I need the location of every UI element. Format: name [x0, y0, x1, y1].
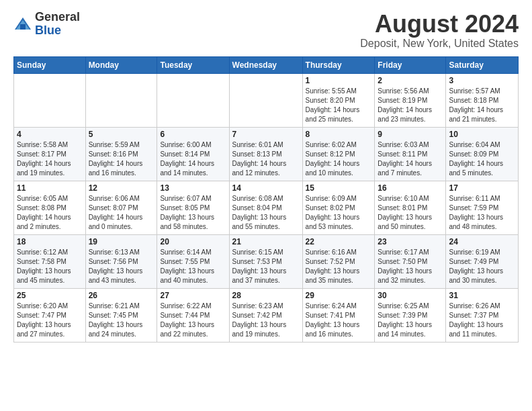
day-number: 21: [232, 237, 300, 246]
calendar-cell: 5Sunrise: 5:59 AM Sunset: 8:16 PM Daylig…: [85, 127, 157, 181]
main-title: August 2024: [360, 11, 519, 38]
weekday-header-tuesday: Tuesday: [157, 56, 229, 73]
weekday-header-saturday: Saturday: [446, 56, 519, 73]
day-number: 30: [378, 291, 443, 300]
day-number: 14: [232, 183, 300, 193]
calendar-cell: 20Sunrise: 6:14 AM Sunset: 7:55 PM Dayli…: [157, 234, 229, 288]
logo-text: General Blue: [35, 11, 80, 38]
calendar-week-3: 11Sunrise: 6:05 AM Sunset: 8:08 PM Dayli…: [14, 181, 519, 234]
day-info: Sunrise: 5:57 AM Sunset: 8:18 PM Dayligh…: [449, 87, 515, 124]
title-block: August 2024 Deposit, New York, United St…: [360, 11, 519, 50]
calendar-cell: 13Sunrise: 6:07 AM Sunset: 8:05 PM Dayli…: [157, 181, 229, 234]
day-number: 13: [160, 183, 226, 193]
day-number: 16: [378, 183, 443, 193]
logo: General Blue: [13, 11, 80, 38]
calendar-cell: 2Sunrise: 5:56 AM Sunset: 8:19 PM Daylig…: [375, 73, 446, 127]
day-number: 19: [89, 237, 154, 246]
day-number: 27: [160, 291, 226, 300]
calendar-cell: 19Sunrise: 6:13 AM Sunset: 7:56 PM Dayli…: [85, 234, 157, 288]
day-info: Sunrise: 6:08 AM Sunset: 8:04 PM Dayligh…: [232, 194, 300, 232]
day-info: Sunrise: 5:56 AM Sunset: 8:19 PM Dayligh…: [378, 87, 443, 124]
day-info: Sunrise: 5:59 AM Sunset: 8:16 PM Dayligh…: [89, 140, 154, 178]
day-info: Sunrise: 6:19 AM Sunset: 7:49 PM Dayligh…: [449, 248, 515, 285]
calendar-cell: 26Sunrise: 6:21 AM Sunset: 7:45 PM Dayli…: [85, 288, 157, 342]
day-number: 24: [449, 237, 515, 246]
day-number: 28: [232, 291, 300, 300]
calendar-cell: 24Sunrise: 6:19 AM Sunset: 7:49 PM Dayli…: [446, 234, 519, 288]
day-info: Sunrise: 6:10 AM Sunset: 8:01 PM Dayligh…: [378, 194, 443, 232]
calendar-cell: 1Sunrise: 5:55 AM Sunset: 8:20 PM Daylig…: [302, 73, 375, 127]
day-info: Sunrise: 6:25 AM Sunset: 7:39 PM Dayligh…: [378, 302, 443, 339]
day-number: 1: [306, 76, 372, 85]
calendar-cell: 22Sunrise: 6:16 AM Sunset: 7:52 PM Dayli…: [302, 234, 375, 288]
weekday-header-sunday: Sunday: [14, 56, 86, 73]
day-number: 7: [232, 130, 300, 139]
weekday-header-wednesday: Wednesday: [229, 56, 302, 73]
day-info: Sunrise: 5:55 AM Sunset: 8:20 PM Dayligh…: [306, 87, 372, 124]
day-number: 22: [306, 237, 372, 246]
day-number: 4: [17, 130, 83, 139]
calendar-cell: 28Sunrise: 6:23 AM Sunset: 7:42 PM Dayli…: [229, 288, 302, 342]
day-number: 17: [449, 183, 515, 193]
calendar: SundayMondayTuesdayWednesdayThursdayFrid…: [13, 56, 519, 342]
day-info: Sunrise: 6:21 AM Sunset: 7:45 PM Dayligh…: [89, 302, 154, 339]
day-info: Sunrise: 6:07 AM Sunset: 8:05 PM Dayligh…: [160, 194, 226, 232]
calendar-cell: 31Sunrise: 6:26 AM Sunset: 7:37 PM Dayli…: [446, 288, 519, 342]
calendar-cell: 21Sunrise: 6:15 AM Sunset: 7:53 PM Dayli…: [229, 234, 302, 288]
day-number: 2: [378, 76, 443, 85]
day-info: Sunrise: 6:13 AM Sunset: 7:56 PM Dayligh…: [89, 248, 154, 285]
day-info: Sunrise: 6:20 AM Sunset: 7:47 PM Dayligh…: [17, 302, 83, 339]
day-number: 11: [17, 183, 83, 193]
logo-blue-text: Blue: [35, 24, 61, 37]
day-number: 18: [17, 237, 83, 246]
calendar-cell: 12Sunrise: 6:06 AM Sunset: 8:07 PM Dayli…: [85, 181, 157, 234]
day-number: 6: [160, 130, 226, 139]
calendar-cell: 10Sunrise: 6:04 AM Sunset: 8:09 PM Dayli…: [446, 127, 519, 181]
calendar-cell: 16Sunrise: 6:10 AM Sunset: 8:01 PM Dayli…: [375, 181, 446, 234]
day-number: 20: [160, 237, 226, 246]
logo-general-text: General: [35, 10, 80, 24]
day-number: 3: [449, 76, 515, 85]
calendar-cell: 27Sunrise: 6:22 AM Sunset: 7:44 PM Dayli…: [157, 288, 229, 342]
day-number: 26: [89, 291, 154, 300]
calendar-cell: [229, 73, 302, 127]
calendar-cell: 23Sunrise: 6:17 AM Sunset: 7:50 PM Dayli…: [375, 234, 446, 288]
logo-icon: [13, 15, 32, 34]
day-number: 29: [306, 291, 372, 300]
day-info: Sunrise: 6:00 AM Sunset: 8:14 PM Dayligh…: [160, 140, 226, 178]
weekday-header-thursday: Thursday: [302, 56, 375, 73]
calendar-cell: 15Sunrise: 6:09 AM Sunset: 8:02 PM Dayli…: [302, 181, 375, 234]
calendar-cell: [85, 73, 157, 127]
calendar-cell: [14, 73, 86, 127]
subtitle: Deposit, New York, United States: [360, 38, 519, 50]
day-info: Sunrise: 6:17 AM Sunset: 7:50 PM Dayligh…: [378, 248, 443, 285]
day-info: Sunrise: 6:09 AM Sunset: 8:02 PM Dayligh…: [306, 194, 372, 232]
day-info: Sunrise: 6:16 AM Sunset: 7:52 PM Dayligh…: [306, 248, 372, 285]
day-number: 31: [449, 291, 515, 300]
day-info: Sunrise: 6:04 AM Sunset: 8:09 PM Dayligh…: [449, 140, 515, 178]
day-info: Sunrise: 6:06 AM Sunset: 8:07 PM Dayligh…: [89, 194, 154, 232]
calendar-cell: 14Sunrise: 6:08 AM Sunset: 8:04 PM Dayli…: [229, 181, 302, 234]
day-number: 5: [89, 130, 154, 139]
calendar-cell: 3Sunrise: 5:57 AM Sunset: 8:18 PM Daylig…: [446, 73, 519, 127]
calendar-cell: 18Sunrise: 6:12 AM Sunset: 7:58 PM Dayli…: [14, 234, 86, 288]
calendar-cell: [157, 73, 229, 127]
calendar-week-2: 4Sunrise: 5:58 AM Sunset: 8:17 PM Daylig…: [14, 127, 519, 181]
header: General Blue August 2024 Deposit, New Yo…: [13, 11, 519, 50]
calendar-cell: 30Sunrise: 6:25 AM Sunset: 7:39 PM Dayli…: [375, 288, 446, 342]
day-info: Sunrise: 6:03 AM Sunset: 8:11 PM Dayligh…: [378, 140, 443, 178]
calendar-week-1: 1Sunrise: 5:55 AM Sunset: 8:20 PM Daylig…: [14, 73, 519, 127]
calendar-cell: 17Sunrise: 6:11 AM Sunset: 7:59 PM Dayli…: [446, 181, 519, 234]
weekday-header-row: SundayMondayTuesdayWednesdayThursdayFrid…: [14, 56, 519, 73]
svg-rect-2: [20, 24, 26, 30]
day-number: 23: [378, 237, 443, 246]
calendar-cell: 9Sunrise: 6:03 AM Sunset: 8:11 PM Daylig…: [375, 127, 446, 181]
day-number: 25: [17, 291, 83, 300]
calendar-week-4: 18Sunrise: 6:12 AM Sunset: 7:58 PM Dayli…: [14, 234, 519, 288]
day-number: 8: [306, 130, 372, 139]
calendar-cell: 4Sunrise: 5:58 AM Sunset: 8:17 PM Daylig…: [14, 127, 86, 181]
weekday-header-friday: Friday: [375, 56, 446, 73]
day-info: Sunrise: 6:23 AM Sunset: 7:42 PM Dayligh…: [232, 302, 300, 339]
calendar-cell: 29Sunrise: 6:24 AM Sunset: 7:41 PM Dayli…: [302, 288, 375, 342]
calendar-week-5: 25Sunrise: 6:20 AM Sunset: 7:47 PM Dayli…: [14, 288, 519, 342]
